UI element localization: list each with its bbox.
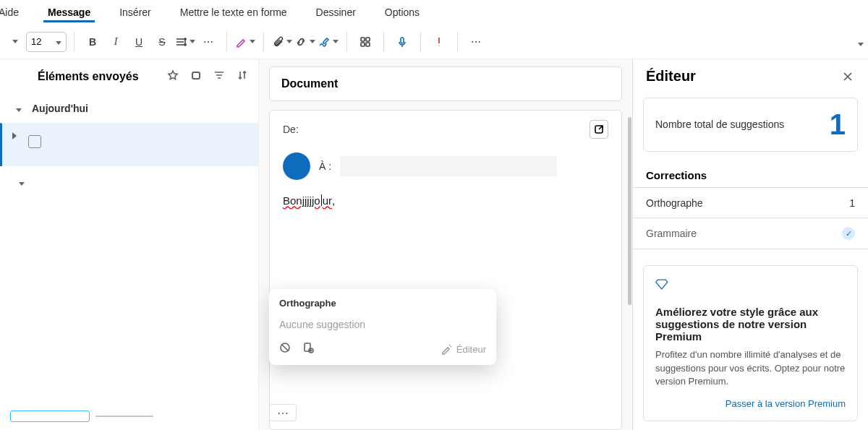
- tab-format[interactable]: Mettre le texte en forme: [176, 2, 292, 22]
- premium-promo: Améliorez votre style grâce aux suggesti…: [643, 265, 858, 421]
- editor-pane: Éditeur Nombre total de suggestions 1 Co…: [632, 59, 868, 430]
- to-label: À :: [319, 160, 331, 172]
- dictionary-add-icon: [302, 342, 314, 353]
- signature-icon: [318, 36, 330, 48]
- scrollbar-thumb[interactable]: [628, 117, 631, 305]
- tab-dessiner[interactable]: Dessiner: [312, 2, 360, 22]
- tab-inserer[interactable]: Insérer: [115, 2, 156, 22]
- attach-button[interactable]: [271, 30, 293, 53]
- more-pill-button[interactable]: ⋯: [269, 404, 297, 421]
- editor-title: Éditeur: [646, 68, 696, 85]
- more-commands-button[interactable]: ⋯: [465, 30, 487, 53]
- strikethrough-button[interactable]: S: [151, 30, 173, 53]
- popout-button[interactable]: [590, 120, 608, 139]
- total-suggestions-card[interactable]: Nombre total de suggestions 1: [643, 98, 858, 152]
- popout-icon: [593, 124, 605, 135]
- svg-rect-5: [192, 72, 200, 79]
- apps-icon: [359, 36, 371, 48]
- more-format-button[interactable]: ⋯: [197, 30, 219, 53]
- signature-button[interactable]: [318, 30, 339, 53]
- svg-rect-3: [366, 43, 370, 46]
- draft-pill: [10, 410, 90, 422]
- dictate-button[interactable]: [391, 30, 413, 53]
- to-field[interactable]: [340, 156, 557, 176]
- text-caret: [321, 194, 322, 206]
- star-icon[interactable]: [167, 69, 179, 84]
- from-field[interactable]: [318, 119, 584, 139]
- popup-title: Orthographe: [279, 298, 486, 309]
- ribbon-tabs: Aide Message Insérer Mettre le texte en …: [0, 0, 868, 25]
- no-suggestion-text: Aucune suggestion: [279, 319, 486, 330]
- premium-cta-link[interactable]: Passer à la version Premium: [655, 398, 846, 409]
- svg-rect-2: [361, 43, 365, 46]
- document-title: Document: [281, 77, 338, 90]
- close-icon: [842, 71, 854, 82]
- font-size-value: 12: [31, 36, 41, 47]
- chevron-down-icon: [16, 176, 25, 189]
- close-button[interactable]: [841, 69, 855, 84]
- chevron-down-icon: [13, 103, 22, 114]
- grammar-label: Grammaire: [646, 228, 697, 239]
- draft-dash: [95, 416, 153, 417]
- group-today[interactable]: Aujourd'hui: [0, 94, 258, 123]
- select-checkbox[interactable]: [28, 135, 41, 148]
- ignore-button[interactable]: [279, 342, 291, 356]
- line-spacing-button[interactable]: [174, 30, 196, 53]
- font-face-dropdown[interactable]: [3, 30, 25, 53]
- promo-body: Profitez d'un nombre illimité d'analyses…: [655, 348, 846, 388]
- check-icon: ✓: [842, 227, 855, 240]
- svg-rect-4: [401, 38, 404, 43]
- add-to-dictionary-button[interactable]: [302, 342, 314, 356]
- corrections-title: Corrections: [633, 156, 868, 187]
- apps-button[interactable]: [354, 30, 376, 53]
- spelling-count: 1: [849, 197, 855, 209]
- sort-icon[interactable]: [237, 69, 248, 84]
- spell-popup: Orthographe Aucune suggestion Éditeur: [269, 289, 496, 365]
- popup-editor-label: Éditeur: [456, 344, 486, 355]
- pen-icon: [235, 36, 247, 48]
- message-item[interactable]: [0, 123, 258, 166]
- ribbon-collapse-button[interactable]: [855, 36, 864, 49]
- microphone-icon: [396, 36, 408, 48]
- layout-icon[interactable]: [190, 69, 202, 84]
- underline-button[interactable]: U: [128, 30, 150, 53]
- grammar-row[interactable]: Grammaire ✓: [633, 218, 868, 249]
- ignore-icon: [279, 342, 291, 353]
- chevron-down-icon: [53, 36, 61, 47]
- svg-rect-0: [361, 38, 365, 41]
- paperclip-icon: [272, 36, 284, 48]
- filter-icon[interactable]: [213, 69, 225, 84]
- from-label: De:: [283, 124, 312, 135]
- importance-button[interactable]: [428, 30, 450, 53]
- line-spacing-icon: [175, 36, 187, 48]
- font-size-input[interactable]: 12: [26, 32, 67, 52]
- misspelled-word[interactable]: Bonjjjjjour: [283, 194, 332, 207]
- tab-options[interactable]: Options: [380, 2, 424, 22]
- message-list-pane: Éléments envoyés Aujourd'hui: [0, 59, 259, 430]
- body-suffix: ,: [332, 194, 335, 207]
- exclamation-icon: [433, 36, 445, 48]
- compose-card: De: À : Bonjjjjjour,: [269, 110, 622, 430]
- bold-button[interactable]: B: [82, 30, 103, 53]
- spelling-row[interactable]: Orthographe 1: [633, 187, 868, 218]
- diamond-icon: [655, 278, 846, 297]
- pen-sparkle-icon: [441, 343, 452, 355]
- italic-button[interactable]: I: [105, 30, 127, 53]
- spelling-label: Orthographe: [646, 197, 703, 209]
- tab-message[interactable]: Message: [43, 2, 95, 22]
- pen-button[interactable]: [234, 30, 256, 53]
- total-label: Nombre total de suggestions: [655, 118, 784, 131]
- folder-title: Éléments envoyés: [38, 70, 139, 83]
- reading-pane: Document De: À : Bonjjjjjour, Orthograph…: [259, 59, 632, 430]
- draft-chip: [10, 408, 169, 424]
- group-collapsed[interactable]: [0, 166, 258, 198]
- message-body[interactable]: Bonjjjjjour,: [270, 189, 621, 220]
- chevron-right-icon: [12, 129, 17, 142]
- tab-aide[interactable]: Aide: [0, 2, 23, 22]
- total-count: 1: [830, 108, 846, 141]
- open-editor-button[interactable]: Éditeur: [441, 343, 486, 355]
- document-header: Document: [269, 66, 622, 101]
- link-button[interactable]: [294, 30, 316, 53]
- main-area: Éléments envoyés Aujourd'hui Do: [0, 59, 868, 430]
- group-label: Aujourd'hui: [32, 103, 88, 114]
